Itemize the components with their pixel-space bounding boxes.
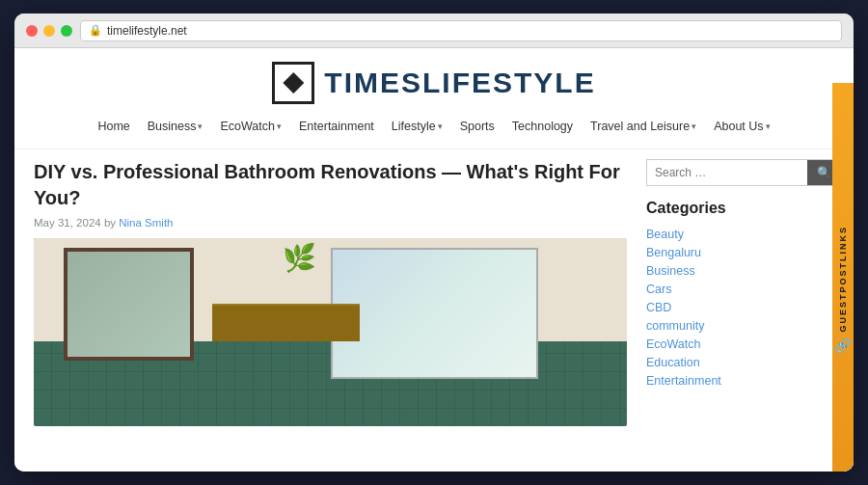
category-community[interactable]: community <box>646 318 834 334</box>
chevron-down-icon: ▾ <box>438 121 443 131</box>
chevron-down-icon: ▾ <box>766 121 771 131</box>
categories-heading: Categories <box>646 200 834 217</box>
article-image: 🌿 <box>34 238 627 426</box>
category-education[interactable]: Education <box>646 355 834 370</box>
bathroom-illustration: 🌿 <box>34 238 627 426</box>
list-item: EcoWatch <box>646 337 834 352</box>
maximize-button[interactable] <box>61 25 72 37</box>
category-cars[interactable]: Cars <box>646 282 834 297</box>
nav-business[interactable]: Business ▾ <box>140 116 211 137</box>
site-content: TIMESLIFESTYLE Home Business ▾ EcoWatch … <box>14 48 854 472</box>
list-item: CBD <box>646 300 834 315</box>
chevron-down-icon: ▾ <box>277 121 282 131</box>
nav-sports[interactable]: Sports <box>452 116 502 137</box>
browser-window: 🔒 timelifestyle.net TIMESLIFESTYLE Home … <box>14 13 854 472</box>
article-column: DIY vs. Professional Bathroom Renovation… <box>34 159 646 457</box>
category-beauty[interactable]: Beauty <box>646 227 834 242</box>
article-author[interactable]: Nina Smith <box>119 217 173 229</box>
side-banner[interactable]: GUESTPOSTLINKS 🔗 <box>832 83 854 472</box>
chevron-down-icon: ▾ <box>692 121 696 131</box>
category-ecowatch[interactable]: EcoWatch <box>646 337 834 352</box>
main-layout: DIY vs. Professional Bathroom Renovation… <box>14 149 854 467</box>
dresser <box>212 304 361 341</box>
list-item: Bengaluru <box>646 245 834 260</box>
search-icon: 🔍 <box>817 166 831 179</box>
search-box: 🔍 <box>646 159 834 186</box>
article-title: DIY vs. Professional Bathroom Renovation… <box>34 159 627 211</box>
list-item: Beauty <box>646 227 834 242</box>
search-input[interactable] <box>647 160 807 185</box>
site-nav: Home Business ▾ EcoWatch ▾ Entertainment… <box>34 112 834 141</box>
list-item: Cars <box>646 282 834 297</box>
site-logo: TIMESLIFESTYLE <box>34 62 834 104</box>
logo-icon <box>272 62 314 104</box>
nav-lifestyle[interactable]: Lifestyle ▾ <box>384 116 450 137</box>
category-business[interactable]: Business <box>646 263 834 279</box>
link-icon: 🔗 <box>835 337 851 355</box>
window-controls <box>26 25 72 37</box>
article-date: May 31, 2024 <box>34 217 101 229</box>
article-by: by <box>104 217 116 229</box>
lock-icon: 🔒 <box>89 24 102 37</box>
mirror <box>64 248 194 361</box>
url-text: timelifestyle.net <box>107 24 187 38</box>
nav-technology[interactable]: Technology <box>504 116 581 137</box>
category-cbd[interactable]: CBD <box>646 300 834 315</box>
list-item: Business <box>646 263 834 279</box>
category-bengaluru[interactable]: Bengaluru <box>646 245 834 260</box>
article-meta: May 31, 2024 by Nina Smith <box>34 217 627 229</box>
nav-home[interactable]: Home <box>90 116 137 137</box>
sidebar: 🔍 Categories Beauty Bengaluru Business <box>646 159 834 457</box>
close-button[interactable] <box>26 25 38 37</box>
list-item: Entertainment <box>646 373 834 389</box>
address-bar[interactable]: 🔒 timelifestyle.net <box>80 20 842 41</box>
minimize-button[interactable] <box>43 25 55 37</box>
banner-text: GUESTPOSTLINKS <box>838 226 848 333</box>
plant: 🌿 <box>283 242 316 274</box>
nav-travel[interactable]: Travel and Leisure ▾ <box>583 116 704 137</box>
nav-entertainment[interactable]: Entertainment <box>291 116 382 137</box>
category-list: Beauty Bengaluru Business Cars CBD <box>646 227 834 389</box>
site-header: TIMESLIFESTYLE Home Business ▾ EcoWatch … <box>14 48 854 149</box>
list-item: community <box>646 318 834 334</box>
nav-about[interactable]: About Us ▾ <box>706 116 777 137</box>
bathroom-window <box>331 248 538 380</box>
site-name: TIMESLIFESTYLE <box>324 67 595 99</box>
category-entertainment[interactable]: Entertainment <box>646 373 834 389</box>
chevron-down-icon: ▾ <box>198 121 203 131</box>
list-item: Education <box>646 355 834 370</box>
nav-ecowatch[interactable]: EcoWatch ▾ <box>212 116 289 137</box>
browser-titlebar: 🔒 timelifestyle.net <box>14 13 854 48</box>
